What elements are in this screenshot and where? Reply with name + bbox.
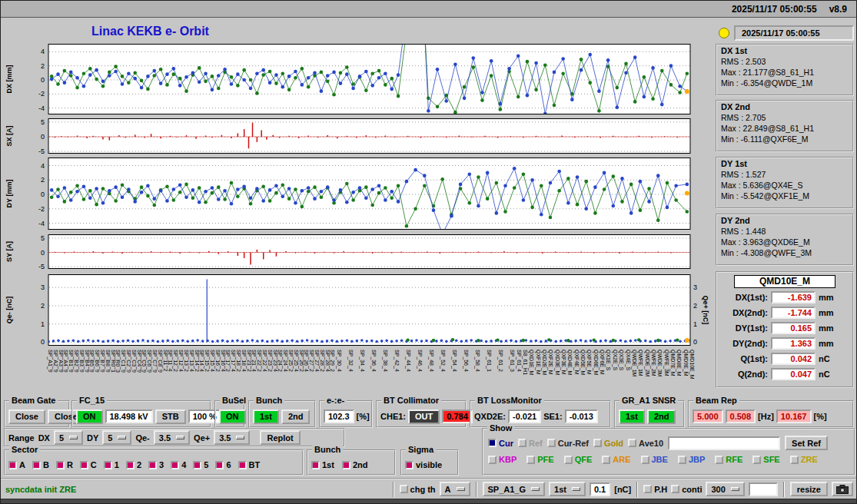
checkbox-box[interactable]: [238, 461, 247, 469]
checkbox-gold[interactable]: Gold: [593, 439, 623, 448]
checkbox-rfe[interactable]: RFE: [715, 455, 742, 464]
beam-gate-close-button-1[interactable]: Close: [8, 410, 45, 424]
points-select-menu[interactable]: 300: [706, 482, 744, 496]
checkbox-2nd[interactable]: 2nd: [342, 460, 368, 469]
checkbox-are[interactable]: ARE: [602, 455, 630, 464]
bunch-2nd-button[interactable]: 2nd: [281, 410, 311, 424]
bunch-select-menu[interactable]: 1st: [549, 482, 586, 496]
sector-select-menu[interactable]: A: [440, 482, 470, 496]
checkbox-6[interactable]: 6: [215, 460, 231, 469]
checkbox-kbp[interactable]: KBP: [488, 455, 517, 464]
checkbox-box[interactable]: [126, 461, 135, 469]
set-ref-button[interactable]: Set Ref: [785, 436, 828, 450]
checkbox-4[interactable]: 4: [171, 460, 186, 469]
checkbox-box[interactable]: [678, 456, 686, 464]
fc15-on-button[interactable]: ON: [76, 410, 103, 424]
dy-2nd-bunch-point: [339, 188, 343, 192]
range-dx-menu[interactable]: 5: [54, 430, 83, 445]
checkbox-box[interactable]: [488, 439, 497, 447]
checkbox-box[interactable]: [593, 439, 602, 447]
checkbox-1[interactable]: 1: [104, 460, 119, 469]
checkbox-box[interactable]: [8, 461, 17, 469]
checkbox-box[interactable]: [215, 461, 224, 469]
checkbox-r[interactable]: R: [56, 460, 73, 469]
dx-1st-bunch-point: [63, 69, 67, 73]
checkbox-box[interactable]: [752, 456, 761, 464]
gr-a1-2nd-button[interactable]: 2nd: [647, 410, 676, 424]
checkbox-jbp[interactable]: JBP: [678, 455, 705, 464]
bunch-1st-button[interactable]: 1st: [253, 410, 279, 424]
screenshot-button[interactable]: [832, 482, 853, 496]
checkbox-box[interactable]: [641, 456, 649, 464]
checkbox-label: 1: [115, 460, 119, 469]
charge-point: [186, 340, 189, 343]
checkbox-3[interactable]: 3: [148, 460, 164, 469]
dx-2nd-bunch-point: [669, 64, 673, 68]
checkbox-1st[interactable]: 1st: [311, 460, 334, 469]
checkbox-box[interactable]: [526, 456, 535, 464]
dx-2nd-bunch-point: [121, 82, 125, 86]
checkbox-2[interactable]: 2: [126, 460, 141, 469]
checkbox-ref[interactable]: Ref: [518, 439, 543, 448]
checkbox-box[interactable]: [790, 456, 799, 464]
checkbox-box[interactable]: [643, 485, 652, 493]
fc15-stb-button[interactable]: STB: [155, 410, 186, 424]
checkbox-box[interactable]: [193, 461, 201, 469]
checkbox-5[interactable]: 5: [193, 460, 208, 469]
dy-1st-bunch-point: [268, 199, 272, 203]
checkbox-visible[interactable]: visible: [405, 460, 442, 469]
y-tick-label-right: 3: [693, 284, 697, 291]
checkbox-jbe[interactable]: JBE: [641, 455, 668, 464]
checkbox-qfe[interactable]: QFE: [564, 455, 593, 464]
bpm-name-label: SP_B8_9: [105, 350, 111, 373]
sy-steering-plot: 50-5SY [A]: [1, 234, 709, 269]
dx-1st-bunch-point: [101, 85, 105, 88]
bpm-name-label: SP_B1_9: [68, 350, 74, 373]
bpm-select-menu[interactable]: SP_A1_G: [483, 482, 546, 496]
checkbox-ph[interactable]: P.H: [643, 485, 667, 494]
checkbox-box[interactable]: [104, 461, 112, 469]
busel-on-button[interactable]: ON: [219, 410, 246, 424]
checkbox-box[interactable]: [405, 461, 414, 469]
charge-point: [535, 340, 538, 343]
gr-a1-1st-button[interactable]: 1st: [619, 410, 645, 424]
checkbox-sfe[interactable]: SFE: [752, 455, 779, 464]
dy-2nd-bunch-point: [584, 207, 588, 211]
range-qep-menu[interactable]: 3.5: [214, 430, 250, 445]
range-qem-menu[interactable]: 3.5: [154, 430, 190, 445]
checkbox-a[interactable]: A: [8, 460, 25, 469]
checkbox-box[interactable]: [148, 461, 157, 469]
misc-input[interactable]: [749, 482, 778, 496]
checkbox-box[interactable]: [547, 439, 556, 447]
checkbox-c[interactable]: C: [80, 460, 97, 469]
charge-point: [346, 339, 349, 342]
replot-button[interactable]: Replot: [260, 430, 300, 445]
range-dy-menu[interactable]: 5: [102, 430, 131, 445]
checkbox-box[interactable]: [400, 485, 408, 493]
checkbox-box[interactable]: [518, 439, 526, 447]
checkbox-b[interactable]: B: [32, 460, 49, 469]
checkbox-box[interactable]: [715, 456, 723, 464]
checkbox-box[interactable]: [32, 461, 41, 469]
checkbox-box[interactable]: [488, 456, 497, 464]
checkbox-box[interactable]: [602, 456, 610, 464]
checkbox-box[interactable]: [171, 461, 179, 469]
checkbox-box[interactable]: [80, 461, 88, 469]
checkbox-box[interactable]: [671, 485, 679, 493]
checkbox-chg-th[interactable]: chg th: [400, 485, 436, 494]
checkbox-box[interactable]: [342, 461, 350, 469]
checkbox-cur[interactable]: Cur: [488, 439, 513, 448]
checkbox-box[interactable]: [56, 461, 65, 469]
checkbox-box[interactable]: [628, 439, 636, 447]
checkbox-ave10[interactable]: Ave10: [628, 439, 663, 448]
checkbox-zre[interactable]: ZRE: [790, 455, 818, 464]
checkbox-box[interactable]: [311, 461, 320, 469]
checkbox-pfe[interactable]: PFE: [526, 455, 553, 464]
resize-button[interactable]: resize: [790, 482, 828, 496]
che1-out-button[interactable]: OUT: [408, 410, 440, 424]
checkbox-conti[interactable]: conti: [671, 485, 702, 494]
checkbox-bt[interactable]: BT: [238, 460, 261, 469]
checkbox-box[interactable]: [564, 456, 573, 464]
checkbox-cur-ref[interactable]: Cur-Ref: [547, 439, 589, 448]
ref-name-input[interactable]: [668, 436, 780, 450]
